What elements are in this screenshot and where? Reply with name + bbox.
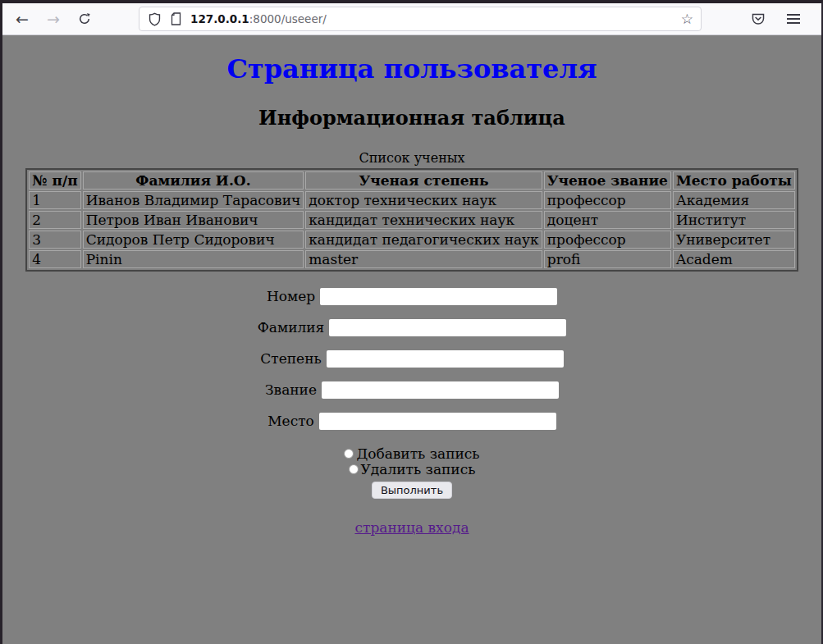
radio-option-delete[interactable]: Удалить запись (2, 462, 821, 477)
cell-workplace: Институт (673, 211, 795, 229)
url-host: 127.0.0.1 (190, 12, 249, 25)
scientists-table: № п/п Фамилия И.О. Ученая степень Ученое… (25, 168, 798, 272)
menu-button[interactable] (784, 9, 803, 29)
field-row-number: Номер (2, 288, 821, 305)
cell-degree: master (305, 250, 542, 268)
nav-button-group: ← → (11, 7, 96, 30)
place-label: Место (267, 413, 314, 429)
add-record-label: Добавить запись (356, 445, 479, 462)
browser-window: ← → (0, 0, 823, 644)
back-button[interactable]: ← (11, 7, 34, 30)
header-rank: Ученое звание (544, 171, 671, 190)
arrow-right-icon: → (47, 10, 60, 28)
cell-name: Сидоров Петр Сидорович (83, 231, 304, 249)
header-name: Фамилия И.О. (83, 171, 304, 190)
login-link-row: страница входа (2, 519, 821, 536)
header-number: № п/п (29, 171, 81, 190)
cell-number: 1 (29, 191, 81, 209)
number-label: Номер (267, 288, 315, 304)
surname-label: Фамилия (258, 319, 325, 336)
execute-button[interactable]: Выполнить (372, 482, 452, 499)
page-icon (170, 12, 182, 25)
reload-icon (78, 12, 91, 25)
cell-number: 3 (29, 231, 81, 249)
place-input[interactable] (319, 413, 556, 430)
field-row-degree: Степень (2, 350, 821, 368)
degree-label: Степень (260, 350, 321, 367)
table-header-row: № п/п Фамилия И.О. Ученая степень Ученое… (29, 171, 795, 190)
page-content: Страница пользователя Информационная таб… (2, 35, 821, 644)
login-page-link[interactable]: страница входа (354, 519, 469, 536)
cell-name: Pinin (83, 250, 304, 268)
shield-icon[interactable] (148, 12, 162, 26)
page-subtitle: Информационная таблица (2, 106, 821, 130)
field-row-rank: Звание (2, 381, 821, 399)
header-workplace: Место работы (673, 171, 795, 190)
pocket-icon[interactable] (751, 11, 766, 26)
url-bar[interactable]: 127.0.0.1:8000/useeer/ ☆ (139, 7, 702, 31)
table-row: 1 Иванов Владимир Тарасович доктор техни… (29, 191, 795, 209)
forward-button[interactable]: → (42, 7, 65, 30)
add-record-radio[interactable] (344, 449, 354, 459)
cell-name: Петров Иван Иванович (83, 211, 304, 229)
reload-button[interactable] (73, 7, 96, 30)
hamburger-icon (787, 14, 800, 16)
cell-name: Иванов Владимир Тарасович (83, 191, 304, 209)
delete-record-label: Удалить запись (361, 461, 476, 477)
cell-degree: кандидат педагогических наук (305, 231, 542, 249)
header-degree: Ученая степень (305, 171, 542, 190)
arrow-left-icon: ← (16, 10, 29, 28)
table-row: 2 Петров Иван Иванович кандидат техничес… (29, 211, 795, 229)
field-row-place: Место (2, 413, 821, 430)
cell-workplace: Университет (673, 231, 795, 249)
delete-record-radio[interactable] (349, 464, 359, 474)
number-input[interactable] (320, 288, 557, 305)
cell-number: 2 (29, 211, 81, 229)
surname-input[interactable] (329, 319, 566, 336)
field-row-surname: Фамилия (2, 319, 821, 336)
table-row: 3 Сидоров Петр Сидорович кандидат педаго… (29, 231, 795, 249)
cell-rank: профессор (544, 231, 671, 249)
cell-number: 4 (29, 250, 81, 268)
browser-toolbar: ← → (2, 3, 821, 35)
cell-degree: кандидат технических наук (305, 211, 542, 229)
rank-input[interactable] (322, 381, 559, 399)
url-path: :8000/useeer/ (249, 12, 327, 25)
cell-workplace: Academ (673, 250, 795, 268)
cell-workplace: Академия (673, 191, 795, 209)
action-radio-group: Добавить запись Удалить запись (2, 446, 821, 477)
cell-degree: доктор технических наук (305, 191, 542, 209)
bookmark-star-icon[interactable]: ☆ (681, 12, 693, 26)
radio-option-add[interactable]: Добавить запись (2, 446, 821, 462)
page-title: Страница пользователя (2, 56, 821, 84)
rank-label: Звание (265, 381, 317, 398)
cell-rank: profi (544, 250, 671, 268)
degree-input[interactable] (327, 350, 564, 368)
table-caption: Список ученых (2, 150, 821, 166)
cell-rank: доцент (544, 211, 671, 229)
url-text: 127.0.0.1:8000/useeer/ (190, 12, 327, 25)
cell-rank: профессор (544, 191, 671, 209)
record-form: Номер Фамилия Степень Звание Место (2, 288, 821, 499)
table-row: 4 Pinin master profi Academ (29, 250, 795, 268)
